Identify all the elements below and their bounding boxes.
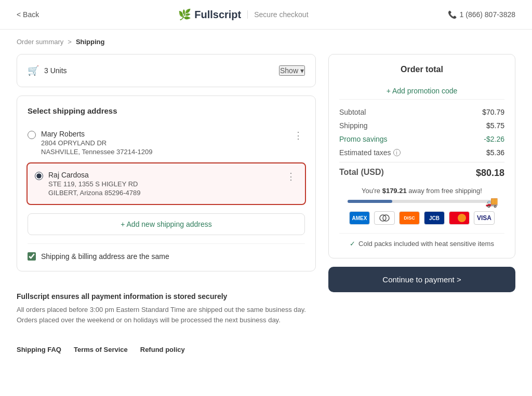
taxes-label: Estimated taxes i	[339, 148, 401, 157]
add-address-button[interactable]: + Add new shipping address	[28, 213, 305, 235]
free-shipping-prefix: You're	[362, 187, 380, 195]
address-line2-2: GILBERT, Arizona 85296-4789	[48, 189, 141, 197]
address-dots-1[interactable]: ⋮	[291, 130, 305, 141]
security-description: All orders placed before 3:00 pm Eastern…	[17, 305, 316, 325]
promo-savings-label: Promo savings	[339, 135, 388, 143]
units-card: 🛒 3 Units Show ▾	[17, 54, 316, 87]
address-line1-1: 2804 OPRYLAND DR	[41, 139, 152, 147]
info-icon[interactable]: i	[393, 149, 401, 156]
address-label-1[interactable]: Mary Roberts 2804 OPRYLAND DR NASHVILLE,…	[28, 130, 152, 156]
amex-icon: AMEX	[349, 211, 370, 225]
address-label-2[interactable]: Raj Cardosa STE 119, 1355 S HIGLEY RD GI…	[35, 171, 141, 197]
secure-checkout-label: Secure checkout	[247, 10, 308, 19]
diners-icon	[374, 211, 395, 225]
discover-icon: DISC	[399, 211, 420, 225]
units-row: 🛒 3 Units Show ▾	[28, 65, 305, 76]
address-name-1: Mary Roberts	[41, 130, 152, 138]
order-total-title: Order total	[339, 65, 504, 74]
phone-number: 📞 1 (866) 807-3828	[448, 10, 515, 19]
address-option-2[interactable]: Raj Cardosa STE 119, 1355 S HIGLEY RD GI…	[26, 162, 306, 205]
brand-logo: 🌿 Fullscript	[178, 8, 241, 21]
shipping-label: Shipping	[339, 121, 368, 130]
phone-icon: 📞	[448, 10, 457, 19]
mastercard-icon	[449, 211, 470, 225]
free-shipping-text: You're $179.21 away from free shipping!	[339, 187, 504, 195]
brand-name: Fullscript	[194, 9, 241, 21]
chevron-down-icon: ▾	[300, 66, 304, 75]
left-column: 🛒 3 Units Show ▾ Select shipping address…	[17, 54, 316, 353]
phone-label: 1 (866) 807-3828	[460, 10, 515, 19]
total-label: Total (USD)	[339, 168, 384, 179]
payment-icons: AMEX DISC JCB VISA	[339, 211, 504, 225]
svg-point-3	[458, 214, 466, 222]
units-count: 3 Units	[44, 66, 67, 75]
total-line: Total (USD) $80.18	[339, 162, 504, 179]
free-shipping-amount: $179.21	[382, 187, 407, 195]
taxes-label-text: Estimated taxes	[339, 148, 391, 157]
brand-center: 🌿 Fullscript Secure checkout	[178, 8, 308, 21]
subtotal-label: Subtotal	[339, 108, 366, 116]
breadcrumb-separator: >	[68, 38, 72, 46]
check-icon: ✓	[350, 240, 355, 248]
right-column: Order total + Add promotion code Subtota…	[328, 54, 515, 353]
same-address-checkbox[interactable]	[28, 252, 36, 261]
cold-packs-label: Cold packs included with heat sensitive …	[358, 240, 494, 248]
promo-savings-value: -$2.26	[484, 135, 504, 143]
shipping-value: $5.75	[486, 121, 504, 130]
total-value: $80.18	[476, 168, 504, 179]
promo-code-link[interactable]: + Add promotion code	[339, 83, 504, 100]
shipping-section-title: Select shipping address	[28, 106, 305, 115]
continue-button[interactable]: Continue to payment >	[328, 267, 515, 292]
address-line1-2: STE 119, 1355 S HIGLEY RD	[48, 180, 141, 188]
diners-svg	[379, 213, 390, 223]
taxes-value: $5.36	[486, 148, 504, 157]
mastercard-svg	[451, 213, 468, 223]
shipping-faq-link[interactable]: Shipping FAQ	[17, 346, 61, 353]
cold-packs-row: ✓ Cold packs included with heat sensitiv…	[339, 233, 504, 248]
free-shipping-banner: You're $179.21 away from free shipping! …	[339, 187, 504, 203]
breadcrumb: Order summary > Shipping	[0, 30, 532, 54]
jcb-icon: JCB	[424, 211, 445, 225]
address-radio-1[interactable]	[28, 131, 36, 139]
back-link-container: < Back	[17, 10, 39, 19]
logo-icon: 🌿	[178, 8, 191, 21]
breadcrumb-step2: Shipping	[76, 38, 105, 46]
footer-links: Shipping FAQ Terms of Service Refund pol…	[17, 337, 316, 353]
breadcrumb-step1[interactable]: Order summary	[17, 38, 63, 46]
main-layout: 🛒 3 Units Show ▾ Select shipping address…	[0, 54, 532, 370]
free-shipping-suffix: away from free shipping!	[408, 187, 482, 195]
subtotal-value: $70.79	[482, 108, 504, 116]
visa-icon: VISA	[474, 211, 495, 225]
progress-bar-fill	[348, 200, 392, 203]
shipping-address-card: Select shipping address Mary Roberts 280…	[17, 95, 316, 271]
back-link[interactable]: < Back	[17, 10, 39, 19]
address-dots-2[interactable]: ⋮	[284, 171, 298, 182]
show-label: Show	[280, 66, 298, 75]
truck-icon: 🚚	[485, 196, 498, 208]
order-summary-card: Order total + Add promotion code Subtota…	[328, 54, 515, 258]
address-radio-2[interactable]	[35, 172, 43, 180]
same-address-label: Shipping & billing address are the same	[41, 252, 169, 261]
address-line2-1: NASHVILLE, Tennessee 37214-1209	[41, 148, 152, 156]
address-option-1[interactable]: Mary Roberts 2804 OPRYLAND DR NASHVILLE,…	[28, 124, 305, 162]
top-bar: < Back 🌿 Fullscript Secure checkout 📞 1 …	[0, 0, 532, 30]
same-address-row: Shipping & billing address are the same	[28, 243, 305, 261]
cart-icon: 🛒	[28, 65, 39, 76]
refund-link[interactable]: Refund policy	[140, 346, 185, 353]
show-button[interactable]: Show ▾	[279, 65, 305, 76]
address-name-2: Raj Cardosa	[48, 171, 141, 179]
units-left: 🛒 3 Units	[28, 65, 67, 76]
security-section: Fullscript ensures all payment informati…	[17, 280, 316, 329]
subtotal-line: Subtotal $70.79	[339, 108, 504, 116]
address-text-1: Mary Roberts 2804 OPRYLAND DR NASHVILLE,…	[41, 130, 152, 156]
address-text-2: Raj Cardosa STE 119, 1355 S HIGLEY RD GI…	[48, 171, 141, 197]
security-title: Fullscript ensures all payment informati…	[17, 292, 316, 301]
shipping-line: Shipping $5.75	[339, 121, 504, 130]
progress-bar-container: 🚚	[348, 200, 496, 203]
taxes-line: Estimated taxes i $5.36	[339, 148, 504, 157]
promo-savings-line: Promo savings -$2.26	[339, 135, 504, 143]
terms-link[interactable]: Terms of Service	[74, 346, 128, 353]
